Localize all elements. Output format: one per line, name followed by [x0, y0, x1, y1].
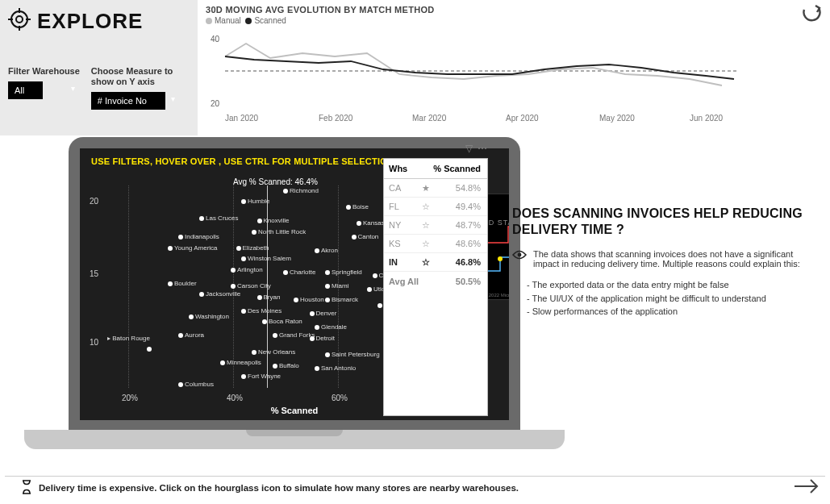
scatter-point[interactable] — [273, 333, 277, 338]
scatter-point-label: New Orleans — [258, 348, 295, 356]
scatter-point-label: Knoxville — [264, 217, 290, 224]
scatter-point[interactable] — [283, 270, 288, 275]
scatter-avg-label: Avg % Scanned: 46.4% — [233, 177, 318, 186]
scatter-point-label: Akron — [321, 247, 338, 254]
scatter-point[interactable] — [346, 205, 351, 210]
scatter-point[interactable] — [315, 248, 319, 253]
svg-point-0 — [11, 11, 27, 27]
scatter-point-label: Houston — [300, 296, 324, 303]
hourglass-icon[interactable] — [21, 480, 32, 496]
star-icon[interactable]: ★ — [418, 183, 434, 194]
filter-warehouse-select[interactable]: All — [8, 81, 43, 99]
scatter-point[interactable] — [315, 366, 319, 371]
scatter-point-label: Boca Raton — [269, 318, 302, 325]
next-button[interactable] — [793, 477, 820, 499]
filter-measure-select[interactable]: # Invoice No — [91, 92, 165, 110]
scatter-point[interactable] — [257, 295, 262, 300]
star-icon[interactable]: ☆ — [418, 239, 434, 249]
scatter-point[interactable] — [357, 221, 361, 226]
scatter-point[interactable] — [178, 333, 183, 338]
th-pct[interactable]: % Scanned — [418, 159, 487, 178]
insight-bullet-3: - Slow performances of the application — [527, 305, 811, 319]
scatter-point[interactable] — [199, 216, 204, 221]
scatter-point-label: Fort Wayne — [248, 373, 281, 380]
insight-lead: The data shows that scanning invoices do… — [533, 249, 811, 269]
warehouse-table[interactable]: ▽ ⋯ Whs % Scanned CA★54.8%FL☆49.4%NY☆48.… — [383, 158, 488, 416]
scatter-point-label: Arlington — [237, 266, 263, 273]
scatter-point[interactable] — [310, 336, 315, 341]
scatter-point[interactable] — [367, 287, 372, 292]
scatter-point-label: Bryan — [264, 294, 281, 301]
star-icon[interactable]: ☆ — [418, 202, 434, 212]
scatter-point[interactable] — [199, 292, 204, 297]
scatter-point[interactable] — [310, 311, 315, 316]
scatter-point[interactable] — [273, 364, 277, 369]
tf-label: Avg All — [384, 272, 434, 291]
scatter-point-label: Winston Salem — [248, 255, 291, 262]
point-baton-rouge[interactable]: Baton Rouge — [112, 335, 150, 342]
scatter-point[interactable] — [315, 325, 319, 330]
scatter-point[interactable] — [178, 382, 183, 387]
scatter-point-label: Glendale — [321, 323, 347, 331]
table-row[interactable]: IN☆46.8% — [384, 253, 487, 272]
scatter-point[interactable] — [241, 199, 246, 204]
star-icon[interactable]: ☆ — [418, 220, 434, 231]
scatter-point[interactable] — [231, 284, 236, 289]
svg-text:Jun 2020: Jun 2020 — [690, 114, 724, 123]
page-title: EXPLORE — [37, 9, 143, 34]
scatter-point[interactable] — [252, 350, 257, 355]
scatter-point[interactable] — [220, 360, 225, 365]
th-whs[interactable]: Whs — [384, 159, 418, 178]
linechart-svg[interactable]: 40 20 Jan 2020 Feb 2020 Mar 2020 Apr 202… — [206, 29, 746, 126]
table-row[interactable]: CA★54.8% — [384, 179, 487, 198]
scatter-point-label: Boulder — [174, 280, 197, 287]
scatter-point[interactable] — [241, 374, 246, 379]
scatter-point[interactable] — [352, 235, 357, 240]
insight-bullet-1: - The exported data or the data entry mi… — [527, 278, 811, 292]
scatter-point[interactable] — [294, 298, 298, 302]
scatter-point[interactable] — [325, 270, 330, 275]
star-icon[interactable]: ☆ — [418, 257, 434, 268]
scatter-point-label: Jacksonville — [206, 290, 240, 298]
scatter-point[interactable] — [241, 256, 246, 261]
scatter-point[interactable] — [325, 284, 330, 289]
svg-text:Apr 2020: Apr 2020 — [506, 114, 539, 123]
insight-panel: DOES SCANNING INVOICES HELP REDUCING DEL… — [512, 206, 811, 319]
scatter-point[interactable] — [252, 230, 257, 235]
svg-text:Mar 2020: Mar 2020 — [412, 114, 447, 123]
more-icon[interactable]: ⋯ — [478, 143, 487, 154]
scatter-point[interactable] — [257, 219, 262, 223]
scatter-point-label: Buffalo — [279, 362, 299, 369]
sidebar: EXPLORE Filter Warehouse All Choose Meas… — [0, 0, 198, 135]
scatter-point[interactable] — [236, 246, 241, 251]
back-button[interactable] — [798, 5, 822, 29]
table-row[interactable]: NY☆48.7% — [384, 216, 487, 235]
svg-text:May 2020: May 2020 — [599, 114, 635, 123]
filter-warehouse-label: Filter Warehouse — [8, 66, 80, 77]
scatter-point[interactable] — [189, 314, 194, 319]
scatter-point[interactable] — [147, 347, 152, 352]
scatter-point[interactable] — [325, 298, 330, 302]
scatter-point[interactable] — [325, 352, 330, 357]
scatter-point[interactable] — [178, 235, 183, 240]
table-row[interactable]: FL☆49.4% — [384, 198, 487, 216]
scatter-point[interactable] — [168, 246, 173, 251]
filter-icon[interactable]: ▽ — [465, 143, 473, 154]
linechart-panel: 30D MOVING AVG EVOLUTION BY MATCH METHOD… — [198, 0, 754, 135]
scatter-point-label: Richmond — [290, 187, 319, 194]
svg-text:Jan 2020: Jan 2020 — [225, 114, 259, 123]
svg-point-1 — [16, 16, 23, 23]
scatter-point[interactable] — [168, 281, 173, 286]
scatter-point[interactable] — [231, 268, 236, 273]
scatter-point[interactable] — [377, 303, 382, 308]
scatter-point[interactable] — [283, 189, 288, 194]
footer-text: Delivery time is expensive. Click on the… — [39, 483, 519, 493]
scatter-hint: USE FILTERS, HOVER OVER , USE CTRL FOR M… — [91, 156, 394, 166]
scatter-point-label: Humble — [248, 198, 270, 205]
scatter-point[interactable] — [241, 309, 246, 314]
scatter-point[interactable] — [373, 273, 377, 278]
table-row[interactable]: KS☆48.6% — [384, 235, 487, 253]
legend-manual: Manual — [215, 16, 241, 25]
scatter-point-label: Canton — [358, 233, 379, 240]
scatter-point-label: Minneapolis — [227, 359, 261, 366]
